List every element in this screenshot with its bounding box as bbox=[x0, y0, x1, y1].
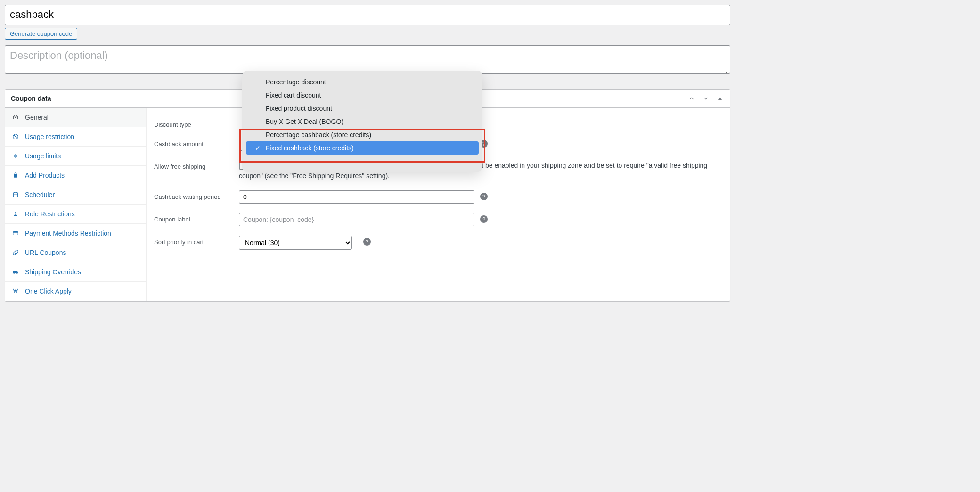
svg-point-16 bbox=[16, 272, 17, 273]
svg-marker-0 bbox=[718, 97, 722, 99]
tab-scheduler-label: Scheduler bbox=[25, 191, 55, 198]
tab-url_coupons-label: URL Coupons bbox=[25, 249, 66, 256]
help-icon[interactable]: ? bbox=[363, 238, 371, 246]
check-icon: ✓ bbox=[254, 144, 261, 152]
svg-rect-7 bbox=[13, 193, 17, 197]
tab-add_products-link[interactable]: Add Products bbox=[5, 166, 146, 185]
discount-type-option[interactable]: ✓Fixed cart discount bbox=[246, 89, 479, 102]
cashback-amount-label: Cashback amount bbox=[154, 138, 239, 148]
svg-rect-12 bbox=[13, 231, 18, 235]
tab-role_restrictions: Role Restrictions bbox=[5, 205, 146, 224]
discount-type-option[interactable]: ✓Percentage discount bbox=[246, 75, 479, 89]
option-label: Percentage discount bbox=[266, 78, 326, 86]
svg-line-3 bbox=[14, 135, 17, 138]
tab-usage_restriction-link[interactable]: Usage restriction bbox=[5, 127, 146, 146]
tab-general-label: General bbox=[25, 114, 49, 121]
panel-move-down-icon[interactable] bbox=[702, 94, 710, 103]
usage_restriction-icon bbox=[12, 133, 19, 140]
role_restrictions-icon bbox=[12, 211, 19, 217]
tab-add_products-label: Add Products bbox=[25, 172, 65, 179]
option-label: Fixed cart discount bbox=[266, 91, 321, 99]
panel-actions bbox=[687, 94, 724, 103]
discount-type-option[interactable]: ✓Fixed product discount bbox=[246, 102, 479, 115]
cashback-waiting-label: Cashback waiting period bbox=[154, 190, 239, 200]
tab-scheduler-link[interactable]: Scheduler bbox=[5, 185, 146, 204]
tab-url_coupons-link[interactable]: URL Coupons bbox=[5, 243, 146, 262]
tab-payment_methods_restriction-link[interactable]: Payment Methods Restriction bbox=[5, 224, 146, 243]
tab-general: General bbox=[5, 108, 146, 127]
coupon-label-input[interactable] bbox=[239, 213, 474, 226]
tab-general-link[interactable]: General bbox=[5, 108, 146, 127]
option-label: Fixed cashback (store credits) bbox=[266, 144, 354, 152]
svg-point-15 bbox=[14, 272, 15, 273]
url_coupons-icon bbox=[12, 249, 19, 256]
panel-title: Coupon data bbox=[11, 95, 51, 102]
help-icon[interactable]: ? bbox=[480, 215, 488, 223]
shipping_overrides-icon bbox=[12, 269, 19, 275]
coupon-label-label: Coupon label bbox=[154, 213, 239, 223]
tab-scheduler: Scheduler bbox=[5, 185, 146, 205]
sort-priority-row: Sort priority in cart Normal (30) ? bbox=[154, 236, 722, 250]
scheduler-icon bbox=[12, 191, 19, 198]
tab-one_click_apply: One Click Apply bbox=[5, 282, 146, 301]
option-label: Buy X Get X Deal (BOGO) bbox=[266, 118, 343, 125]
tab-usage_limits-link[interactable]: Usage limits bbox=[5, 147, 146, 165]
cashback-waiting-input[interactable] bbox=[239, 190, 474, 204]
panel-move-up-icon[interactable] bbox=[687, 94, 696, 103]
tab-role_restrictions-link[interactable]: Role Restrictions bbox=[5, 205, 146, 223]
option-label: Percentage cashback (store credits) bbox=[266, 131, 371, 139]
coupon-description-input[interactable] bbox=[5, 45, 730, 74]
tab-role_restrictions-label: Role Restrictions bbox=[25, 210, 75, 218]
tab-usage_limits-label: Usage limits bbox=[25, 152, 61, 160]
discount-type-option[interactable]: ✓Fixed cashback (store credits) bbox=[246, 141, 479, 155]
general-icon bbox=[12, 114, 19, 121]
svg-point-1 bbox=[15, 117, 16, 118]
payment_methods_restriction-icon bbox=[12, 230, 19, 237]
coupon-label-row: Coupon label ? bbox=[154, 213, 722, 226]
tab-usage_restriction-label: Usage restriction bbox=[25, 133, 74, 140]
generate-coupon-code-button[interactable]: Generate coupon code bbox=[5, 28, 77, 40]
allow-free-shipping-label: Allow free shipping bbox=[154, 160, 239, 170]
tab-shipping_overrides-link[interactable]: Shipping Overrides bbox=[5, 262, 146, 281]
tab-shipping_overrides: Shipping Overrides bbox=[5, 262, 146, 282]
discount-type-option[interactable]: ✓Percentage cashback (store credits) bbox=[246, 128, 479, 141]
tab-usage_restriction: Usage restriction bbox=[5, 127, 146, 147]
discount-type-dropdown[interactable]: ✓Percentage discount✓Fixed cart discount… bbox=[242, 71, 482, 172]
tab-url_coupons: URL Coupons bbox=[5, 243, 146, 262]
svg-point-11 bbox=[15, 212, 16, 214]
tab-one_click_apply-label: One Click Apply bbox=[25, 287, 72, 295]
tab-usage_limits: Usage limits bbox=[5, 147, 146, 166]
tab-shipping_overrides-label: Shipping Overrides bbox=[25, 268, 81, 276]
panel-toggle-icon[interactable] bbox=[716, 94, 724, 103]
tab-payment_methods_restriction-label: Payment Methods Restriction bbox=[25, 230, 111, 237]
sort-priority-label: Sort priority in cart bbox=[154, 236, 239, 246]
one_click_apply-icon bbox=[12, 288, 19, 295]
tab-payment_methods_restriction: Payment Methods Restriction bbox=[5, 224, 146, 243]
tab-add_products: Add Products bbox=[5, 166, 146, 185]
option-label: Fixed product discount bbox=[266, 105, 332, 112]
discount-type-label: Discount type bbox=[154, 118, 239, 128]
coupon-title-input[interactable] bbox=[5, 5, 730, 25]
usage_limits-icon bbox=[12, 153, 19, 159]
sort-priority-select[interactable]: Normal (30) bbox=[239, 236, 352, 250]
cashback-waiting-row: Cashback waiting period ? bbox=[154, 190, 722, 204]
tab-one_click_apply-link[interactable]: One Click Apply bbox=[5, 282, 146, 301]
coupon-data-tabs: GeneralUsage restrictionUsage limitsAdd … bbox=[5, 108, 147, 301]
help-icon[interactable]: ? bbox=[480, 193, 488, 200]
add_products-icon bbox=[12, 172, 19, 179]
discount-type-option[interactable]: ✓Buy X Get X Deal (BOGO) bbox=[246, 115, 479, 128]
